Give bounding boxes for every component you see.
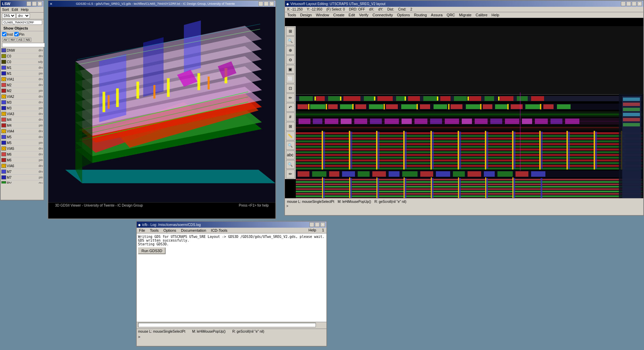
gds3d-close-btn[interactable]: ✕	[269, 1, 274, 6]
tool-fit[interactable]: ▣	[286, 65, 295, 74]
virtuoso-restore-btn[interactable]: □	[626, 1, 631, 6]
svg-rect-164	[389, 171, 400, 177]
tool-zoom-out[interactable]: ⊖	[286, 55, 295, 64]
virtuoso-menu-design[interactable]: Design	[299, 13, 313, 17]
lsw-inst-checkbox[interactable]: Inst	[2, 32, 13, 36]
virtuoso-minimize-btn[interactable]: _	[621, 1, 626, 6]
icfb-menu-file[interactable]: File	[138, 228, 146, 233]
layer-row[interactable]: VIA5drv	[1, 146, 44, 152]
virtuoso-menu-calibre[interactable]: Calibre	[475, 13, 489, 17]
virtuoso-menu-help[interactable]: Help	[491, 13, 501, 17]
svg-rect-70	[420, 104, 430, 109]
lsw-minimize-btn[interactable]: _	[27, 1, 31, 6]
virtuoso-menu-tools[interactable]: Tools	[286, 13, 297, 17]
lsw-pin-checkbox[interactable]: Pin	[14, 32, 24, 36]
layer-row[interactable]: DNWdrv	[1, 48, 44, 53]
tool-zoom-region[interactable]: 🔍	[286, 141, 295, 150]
layer-row[interactable]: M5drv	[1, 134, 44, 140]
tool-zoom-fit2[interactable]: 🔍	[286, 160, 295, 169]
tool-pencil[interactable]: ✏	[286, 93, 295, 102]
virtuoso-menu-qrc[interactable]: QRC	[446, 13, 456, 17]
layer-row[interactable]: M1drv	[1, 65, 44, 71]
icfb-restore-btn[interactable]: □	[315, 222, 320, 227]
tool-crosshatch[interactable]: ⊞	[286, 122, 295, 131]
svg-rect-76	[511, 104, 523, 109]
lsw-maximize-btn[interactable]: □	[32, 1, 37, 6]
tool-measure[interactable]: 📏	[286, 132, 295, 140]
gds3d-minimize-btn[interactable]: _	[258, 1, 263, 6]
lsw-close-btn[interactable]: ✕	[37, 1, 42, 6]
layer-row[interactable]: M3pin	[1, 105, 44, 111]
layer-row[interactable]: VIA2drv	[1, 94, 44, 100]
tool-zoom-in[interactable]: ⊕	[286, 46, 295, 55]
gds3d-viewport[interactable]	[48, 7, 275, 202]
tool-abcd[interactable]: abc	[286, 151, 295, 159]
icfb-run-gds3d-btn[interactable]: Run GDS3D	[138, 247, 166, 254]
tool-pencil2[interactable]: ✏	[286, 170, 295, 178]
tool-arc[interactable]: ↶	[286, 103, 295, 112]
layer-row[interactable]: M5pin	[1, 140, 44, 146]
svg-rect-19	[184, 20, 201, 72]
icfb-menu-icd-tools[interactable]: ICD-Tools	[210, 228, 228, 233]
layer-row[interactable]: M7drv	[1, 169, 44, 175]
virtuoso-menu-options[interactable]: Options	[396, 13, 411, 17]
lsw-ns-btn[interactable]: NS	[24, 38, 32, 42]
icfb-menu-tools[interactable]: Tools	[149, 228, 160, 233]
virtuoso-menu-window[interactable]: Window	[315, 13, 330, 17]
lsw-as-btn[interactable]: AS	[17, 38, 24, 42]
icfb-help[interactable]: Help	[307, 228, 317, 232]
lsw-help-menu[interactable]: Help	[21, 7, 29, 12]
svg-rect-160	[329, 171, 339, 177]
virtuoso-maximize-btn[interactable]: □	[632, 1, 637, 6]
icfb-minimize-btn[interactable]: _	[309, 222, 314, 227]
layer-row[interactable]: RVdrv	[1, 180, 44, 183]
layer-row[interactable]: M6pin	[1, 157, 44, 163]
svg-rect-206	[623, 103, 640, 106]
layer-row[interactable]: M3drv	[1, 100, 44, 105]
svg-rect-28	[208, 76, 210, 89]
virtuoso-menu-assura[interactable]: Assura	[430, 13, 443, 17]
virtuoso-menu-routing[interactable]: Routing	[413, 13, 428, 17]
virtuoso-menu-edit[interactable]: Edit	[348, 13, 356, 17]
virtuoso-menu-migrate[interactable]: Migrate	[458, 13, 473, 17]
lsw-av-btn[interactable]: AV	[2, 38, 9, 42]
lsw-nv-btn[interactable]: NV	[9, 38, 16, 42]
tool-zoom-box[interactable]: ⊡	[286, 84, 295, 93]
gds3d-maximize-btn[interactable]: □	[264, 1, 269, 6]
virtuoso-menu-connectivity[interactable]: Connectivity	[372, 13, 394, 17]
lsw-search-input[interactable]	[2, 43, 45, 47]
icfb-close-btn[interactable]: ✕	[320, 222, 325, 227]
tool-zoom-in-region[interactable]: 🔍	[286, 36, 295, 45]
virtuoso-canvas[interactable]	[296, 26, 643, 198]
layer-row[interactable]: M1pin	[1, 71, 44, 76]
layer-color-box	[1, 123, 6, 127]
lsw-layer-select[interactable]: DNW	[2, 13, 16, 18]
layer-row[interactable]: M2pin	[1, 88, 44, 94]
layer-row[interactable]: M7pin	[1, 175, 44, 180]
layer-row[interactable]: M4pin	[1, 123, 44, 128]
tool-hash[interactable]: #	[286, 112, 295, 121]
layer-row[interactable]: M4drv	[1, 117, 44, 123]
tool-fit2[interactable]: ⬜	[286, 74, 295, 83]
layer-row[interactable]: C0drv	[1, 53, 44, 59]
layer-row[interactable]: C0sdy	[1, 59, 44, 65]
svg-rect-195	[349, 177, 350, 198]
icfb-menu-documentation[interactable]: Documentation	[180, 228, 207, 233]
lsw-type-select[interactable]: drv	[16, 13, 30, 18]
layer-row[interactable]: VIA6drv	[1, 163, 44, 169]
icfb-menu-options[interactable]: Options	[162, 228, 177, 233]
virtuoso-menu-verify[interactable]: Verify	[358, 13, 370, 17]
icfb-title-icon: ◆	[138, 223, 141, 227]
virtuoso-win-controls: _ □ □ ✕	[621, 1, 642, 6]
lsw-edit-menu[interactable]: Edit	[12, 7, 18, 12]
icfb-input[interactable]	[138, 323, 316, 327]
virtuoso-menu-create[interactable]: Create	[332, 13, 345, 17]
lsw-sort-menu[interactable]: Sort	[2, 7, 9, 12]
layer-row[interactable]: VIA1drv	[1, 76, 44, 82]
layer-row[interactable]: VIA3drv	[1, 111, 44, 117]
layer-row[interactable]: M6drv	[1, 152, 44, 157]
layer-row[interactable]: VIA4drv	[1, 128, 44, 134]
layer-row[interactable]: M2drv	[1, 82, 44, 88]
virtuoso-close-btn[interactable]: ✕	[637, 1, 642, 6]
tool-zoom-fit[interactable]: ⊞	[286, 27, 295, 36]
